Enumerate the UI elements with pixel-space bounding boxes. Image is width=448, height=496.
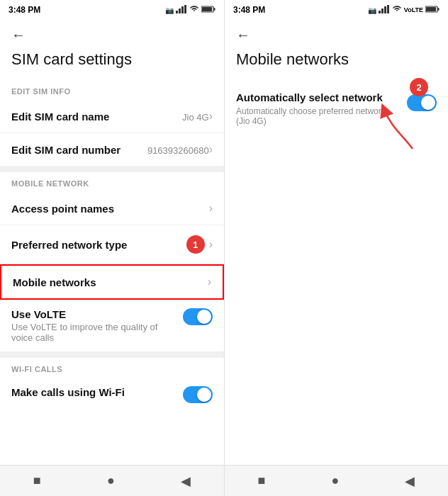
- chevron-icon-4: ›: [209, 238, 213, 251]
- access-point-title: Access point names: [11, 203, 114, 215]
- svg-rect-9: [384, 6, 386, 13]
- nav-circle-left[interactable]: ●: [107, 473, 115, 488]
- access-point-item[interactable]: Access point names ›: [0, 192, 224, 225]
- section-mobile-network: MOBILE NETWORK: [0, 172, 224, 192]
- edit-sim-name-item[interactable]: Edit SIM card name Jio 4G ›: [0, 100, 224, 133]
- auto-select-title: Automatically select network: [236, 91, 400, 103]
- nav-square-left[interactable]: ■: [33, 473, 41, 488]
- page-title-left: SIM card settings: [0, 47, 224, 80]
- access-point-left: Access point names: [11, 203, 114, 215]
- access-point-right: ›: [209, 202, 213, 215]
- nav-bar-right: ■ ● ◀: [225, 465, 448, 496]
- wifi-calls-toggle[interactable]: [183, 386, 213, 403]
- nav-back-left[interactable]: ◀: [181, 473, 191, 489]
- chevron-icon: ›: [209, 110, 213, 123]
- battery-icon: [201, 6, 215, 14]
- nav-bar-left: ■ ● ◀: [0, 465, 224, 496]
- edit-sim-number-right: 916393260680 ›: [147, 143, 213, 156]
- preferred-network-left: Preferred network type: [11, 239, 127, 251]
- left-panel: 3:48 PM 📷: [0, 0, 224, 496]
- volte-toggle[interactable]: [183, 308, 213, 325]
- volte-text: Use VoLTE Use VoLTE to improve the quali…: [11, 308, 174, 343]
- chevron-icon-3: ›: [209, 202, 213, 215]
- edit-sim-number-item[interactable]: Edit SIM card number 916393260680 ›: [0, 133, 224, 167]
- badge-2: 2: [410, 78, 428, 96]
- nav-back-right[interactable]: ◀: [405, 473, 415, 489]
- back-button-right[interactable]: ←: [225, 20, 448, 47]
- divider-2: [0, 352, 224, 358]
- status-bar-right: 3:48 PM 📷 VoLTE: [225, 0, 448, 20]
- edit-sim-name-left: Edit SIM card name: [11, 111, 109, 123]
- preferred-network-right: 1 ›: [186, 235, 213, 254]
- svg-rect-5: [214, 8, 215, 11]
- status-time-right: 3:48 PM: [233, 5, 265, 15]
- svg-rect-12: [438, 8, 439, 11]
- auto-select-toggle[interactable]: [407, 94, 437, 111]
- chevron-icon-5: ›: [208, 276, 211, 288]
- mobile-networks-left: Mobile networks: [13, 276, 96, 288]
- auto-select-subtitle: Automatically choose preferred network (…: [236, 106, 400, 126]
- signal-bars-right: [379, 5, 390, 15]
- back-button-left[interactable]: ←: [0, 20, 224, 47]
- toggle-knob-2: [197, 388, 211, 402]
- svg-rect-2: [181, 6, 184, 13]
- wifi-calls-text: Make calls using Wi-Fi: [11, 386, 174, 398]
- nav-circle-right[interactable]: ●: [331, 473, 339, 488]
- mobile-networks-item[interactable]: Mobile networks ›: [0, 264, 224, 300]
- chevron-icon-2: ›: [209, 143, 213, 156]
- status-icons-right: 📷 VoLTE: [368, 5, 439, 15]
- volte-title: Use VoLTE: [11, 308, 174, 320]
- right-panel: 3:48 PM 📷 VoLTE: [224, 0, 448, 496]
- svg-rect-8: [381, 9, 383, 13]
- edit-sim-name-value: Jio 4G: [182, 112, 209, 123]
- wifi-calls-item[interactable]: Make calls using Wi-Fi: [0, 378, 224, 412]
- svg-rect-6: [202, 7, 212, 11]
- divider-1: [0, 167, 224, 172]
- status-time-left: 3:48 PM: [9, 5, 40, 15]
- status-icons-left: 📷: [165, 5, 215, 15]
- signal-bars: [176, 5, 187, 15]
- svg-rect-13: [426, 7, 436, 11]
- preferred-network-item[interactable]: Preferred network type 1 ›: [0, 225, 224, 264]
- svg-rect-0: [176, 11, 178, 13]
- section-edit-sim-info: EDIT SIM INFO: [0, 80, 224, 100]
- edit-sim-number-left: Edit SIM card number: [11, 144, 121, 156]
- camera-icon-right: 📷: [368, 6, 376, 14]
- badge-1: 1: [186, 235, 205, 254]
- wifi-icon: [189, 6, 199, 14]
- section-wifi-calls: WI-FI CALLS: [0, 358, 224, 378]
- wifi-icon-right: [392, 6, 402, 14]
- auto-select-text: Automatically select network Automatical…: [236, 91, 400, 126]
- edit-sim-number-value: 916393260680: [147, 145, 209, 156]
- volte-subtitle: Use VoLTE to improve the quality of voic…: [11, 322, 174, 343]
- svg-rect-10: [387, 5, 389, 13]
- svg-rect-3: [184, 5, 186, 13]
- wifi-calls-title: Make calls using Wi-Fi: [11, 386, 174, 398]
- camera-icon: 📷: [165, 6, 174, 14]
- volte-indicator: VoLTE: [404, 6, 423, 13]
- toggle-knob: [197, 310, 211, 324]
- toggle-knob-auto: [421, 96, 435, 110]
- mobile-networks-right: ›: [208, 276, 211, 288]
- preferred-network-title: Preferred network type: [11, 239, 127, 251]
- nav-square-right[interactable]: ■: [258, 473, 266, 488]
- edit-sim-name-right: Jio 4G ›: [182, 110, 213, 123]
- mobile-networks-title: Mobile networks: [13, 276, 96, 288]
- battery-icon-right: [425, 6, 439, 14]
- status-bar-left: 3:48 PM 📷: [0, 0, 224, 20]
- edit-sim-number-title: Edit SIM card number: [11, 144, 121, 156]
- volte-item[interactable]: Use VoLTE Use VoLTE to improve the quali…: [0, 300, 224, 352]
- edit-sim-name-title: Edit SIM card name: [11, 111, 109, 123]
- svg-rect-7: [379, 11, 381, 13]
- page-title-right: Mobile networks: [225, 47, 448, 80]
- svg-rect-1: [179, 9, 181, 13]
